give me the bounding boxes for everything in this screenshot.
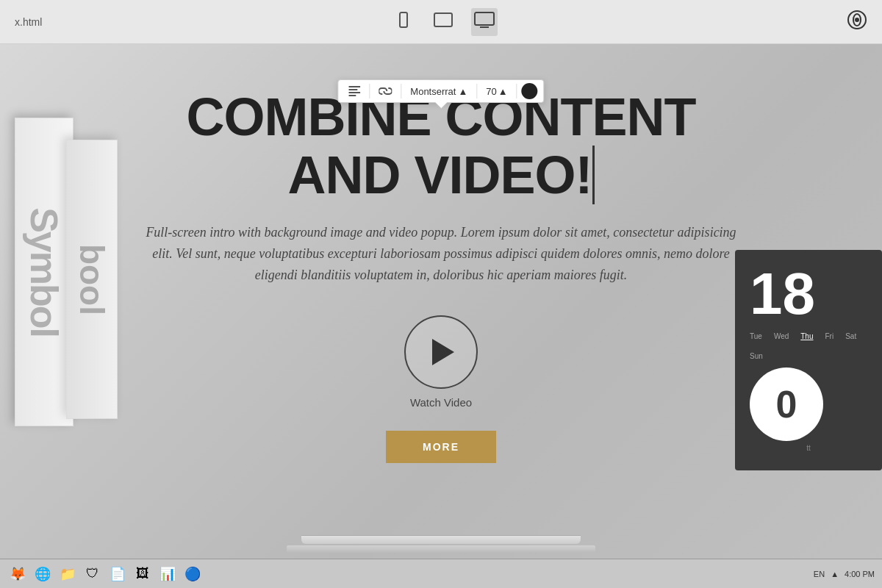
taskbar-word-icon[interactable]: 📄 [107,564,128,584]
separator-3 [476,84,477,98]
align-button[interactable] [344,84,365,98]
taskbar-items: 🦊 🌐 📁 🛡 📄 🖼 📊 🔵 [7,564,203,584]
taskbar-firefox-icon[interactable]: 🦊 [7,564,28,584]
hero-title-line2: and VIDEO! [287,146,594,204]
taskbar: 🦊 🌐 📁 🛡 📄 🖼 📊 🔵 EN ▲ 4:00 PM [0,559,882,588]
cursor [592,146,595,204]
play-triangle-icon [432,339,454,365]
font-selector[interactable]: Montserrat ▲ [406,84,472,99]
svg-rect-13 [348,95,356,96]
preview-icon[interactable] [847,10,867,35]
font-chevron-icon: ▲ [458,86,467,97]
separator-1 [369,84,370,98]
more-button[interactable]: MORE [386,431,496,463]
taskbar-arrow-icon[interactable]: ▲ [831,570,839,578]
separator-2 [401,84,401,98]
taskbar-shield-icon[interactable]: 🛡 [82,564,103,584]
taskbar-filezilla-icon[interactable]: 📁 [57,564,78,584]
taskbar-app-icon[interactable]: 📊 [157,564,178,584]
svg-rect-11 [348,89,357,90]
play-button-wrapper[interactable]: Watch Video [404,315,478,409]
color-picker[interactable] [522,83,538,99]
taskbar-browser-icon[interactable]: 🌐 [32,564,53,584]
taskbar-ps-icon[interactable]: 🖼 [132,564,153,584]
tablet-view-button[interactable] [430,8,456,36]
text-format-toolbar[interactable]: Montserrat ▲ 70 ▲ [337,79,544,103]
hero-content: COMBINE CONTENT and VIDEO! Full-screen i… [0,44,882,588]
svg-rect-4 [475,12,494,25]
svg-rect-0 [400,12,407,27]
hero-subtitle[interactable]: Full-screen intro with background image … [110,222,772,285]
taskbar-time: 4:00 PM [845,570,875,578]
play-circle-button[interactable] [404,315,478,389]
font-name: Montserrat [410,86,456,97]
svg-rect-12 [348,92,360,93]
taskbar-app2-icon[interactable]: 🔵 [182,564,203,584]
editor-top-bar: x.html [0,0,882,44]
font-size-selector[interactable]: 70 ▲ [481,84,512,99]
main-content: Symbol bool 18 Tue Wed Thu Fri Sat Sun 0… [0,44,882,588]
mobile-view-button[interactable] [392,8,415,36]
desktop-view-button[interactable] [471,8,498,36]
font-size-value: 70 [486,86,496,97]
font-size-chevron-icon: ▲ [498,86,508,97]
svg-rect-2 [434,13,452,26]
link-button[interactable] [374,85,396,98]
taskbar-language: EN [814,570,825,578]
svg-point-9 [855,18,859,22]
watch-video-label: Watch Video [410,396,472,409]
svg-rect-10 [348,86,360,87]
device-switcher [392,8,498,36]
taskbar-system-tray: EN ▲ 4:00 PM [814,570,875,578]
separator-4 [517,84,517,98]
file-title: x.html [15,16,42,28]
